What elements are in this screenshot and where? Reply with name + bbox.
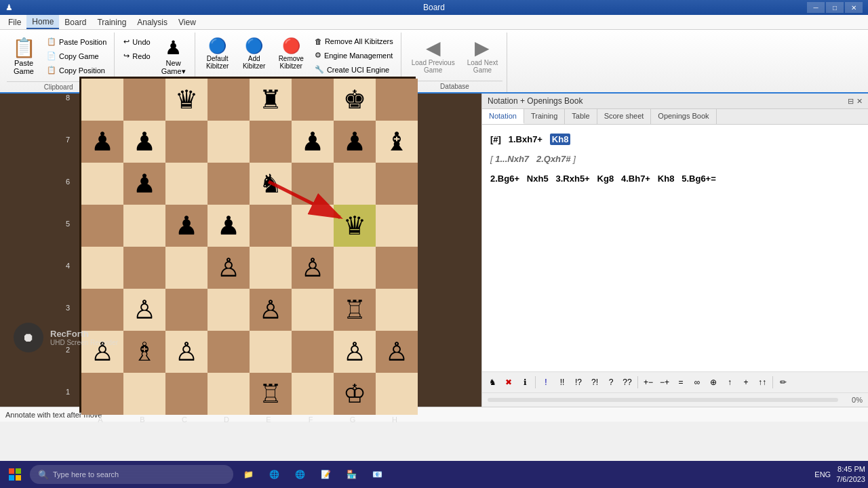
- notation-move-3rxh5[interactable]: 3.Rxh5+: [555, 174, 589, 184]
- cell-e5[interactable]: [250, 205, 292, 247]
- minimize-button[interactable]: ─: [807, 2, 825, 13]
- nbt-good-move[interactable]: !: [538, 375, 553, 390]
- cell-c5[interactable]: ♟: [165, 205, 208, 247]
- menu-training[interactable]: Training: [92, 15, 132, 29]
- nbt-infinity[interactable]: ∞: [690, 375, 705, 390]
- cell-b1[interactable]: [123, 373, 165, 415]
- nbt-mistake[interactable]: ?: [604, 375, 618, 390]
- start-button[interactable]: [3, 462, 27, 487]
- cell-f7[interactable]: ♟: [292, 121, 334, 163]
- cell-e8[interactable]: ♜: [250, 79, 292, 121]
- taskbar-explorer[interactable]: 📁: [236, 462, 260, 487]
- cell-a5[interactable]: [81, 205, 123, 247]
- cell-h2[interactable]: ♙: [376, 331, 418, 373]
- cell-d4[interactable]: ♙: [208, 247, 250, 289]
- nbt-circle[interactable]: ⊕: [706, 375, 721, 390]
- cell-d6[interactable]: [208, 163, 250, 205]
- cell-c7[interactable]: [165, 121, 208, 163]
- tab-openings-book[interactable]: Openings Book: [651, 109, 716, 124]
- close-button[interactable]: ✕: [845, 2, 863, 13]
- cell-d3[interactable]: [208, 289, 250, 331]
- cell-f5[interactable]: [292, 205, 334, 247]
- cell-a6[interactable]: [81, 163, 123, 205]
- cell-g1[interactable]: ♔: [334, 373, 376, 415]
- cell-f8[interactable]: [292, 79, 334, 121]
- cell-d7[interactable]: [208, 121, 250, 163]
- menu-analysis[interactable]: Analysis: [132, 15, 173, 29]
- remove-kibitzer-button[interactable]: 🔴 RemoveKibitzer: [274, 35, 309, 73]
- nbt-dubious-move[interactable]: ?!: [587, 375, 602, 390]
- cell-a7[interactable]: ♟: [81, 121, 123, 163]
- engine-management-button[interactable]: ⚙ Engine Management: [311, 49, 397, 62]
- nbt-plus[interactable]: +: [738, 375, 753, 390]
- taskbar-search[interactable]: 🔍 Type here to search: [30, 465, 233, 484]
- notation-move-1bxh7[interactable]: 1.Bxh7+: [509, 134, 542, 144]
- cell-b5[interactable]: [123, 205, 165, 247]
- nbt-pencil[interactable]: ✏: [776, 375, 791, 390]
- cell-f1[interactable]: [292, 373, 334, 415]
- cell-d2[interactable]: [208, 331, 250, 373]
- chess-board[interactable]: ♛♜♚♟♟♟♟♝♟♞♟♟♛♙♙♙♙♖♙♗♙♙♙♖♔: [79, 77, 416, 413]
- cell-h3[interactable]: [376, 289, 418, 331]
- notation-move-2qxh7[interactable]: 2.Qxh7#: [536, 154, 571, 164]
- cell-e4[interactable]: [250, 247, 292, 289]
- taskbar-chrome[interactable]: 🌐: [262, 462, 286, 487]
- nbt-brilliant-move[interactable]: !!: [555, 375, 570, 390]
- cell-f6[interactable]: [292, 163, 334, 205]
- notation-move-indicator[interactable]: [#]: [490, 134, 501, 144]
- menu-home[interactable]: Home: [26, 15, 59, 29]
- nbt-interesting-move[interactable]: !?: [571, 375, 586, 390]
- cell-c3[interactable]: [165, 289, 208, 331]
- cell-g6[interactable]: [334, 163, 376, 205]
- cell-b2[interactable]: ♗: [123, 331, 165, 373]
- notation-move-2nxh5[interactable]: Nxh5: [527, 174, 549, 184]
- taskbar-edge[interactable]: 🌐: [288, 462, 312, 487]
- cell-b6[interactable]: ♟: [123, 163, 165, 205]
- cell-c6[interactable]: [165, 163, 208, 205]
- nbt-equal[interactable]: =: [673, 375, 688, 390]
- cell-h8[interactable]: [376, 79, 418, 121]
- tab-training[interactable]: Training: [524, 109, 565, 124]
- create-uci-engine-button[interactable]: 🔧 Create UCI Engine: [311, 63, 397, 76]
- load-next-game-button[interactable]: ▶ Load NextGame: [462, 35, 503, 77]
- tab-notation[interactable]: Notation: [482, 109, 524, 124]
- remove-all-kibitzers-button[interactable]: 🗑 Remove All Kibitzers: [311, 35, 397, 47]
- notation-move-2bg6[interactable]: 2.Bg6+: [490, 174, 519, 184]
- cell-g5[interactable]: ♛: [334, 205, 376, 247]
- paste-position-button[interactable]: 📋 Paste Position: [43, 35, 110, 48]
- cell-e2[interactable]: [250, 331, 292, 373]
- taskbar-mail[interactable]: 📧: [365, 462, 389, 487]
- cell-h5[interactable]: [376, 205, 418, 247]
- cell-b7[interactable]: ♟: [123, 121, 165, 163]
- cell-g8[interactable]: ♚: [334, 79, 376, 121]
- nbt-blunder[interactable]: ??: [620, 375, 635, 390]
- cell-b8[interactable]: [123, 79, 165, 121]
- notation-move-1kh8[interactable]: Kh8: [550, 134, 571, 145]
- cell-h1[interactable]: [376, 373, 418, 415]
- paste-game-button[interactable]: 📋 PasteGame: [7, 35, 41, 79]
- nbt-arrow-up[interactable]: ↑: [722, 375, 737, 390]
- cell-d1[interactable]: [208, 373, 250, 415]
- cell-e1[interactable]: ♖: [250, 373, 292, 415]
- cell-d8[interactable]: [208, 79, 250, 121]
- cell-c4[interactable]: [165, 247, 208, 289]
- nbt-plus-minus[interactable]: +−: [641, 375, 656, 390]
- cell-g7[interactable]: ♟: [334, 121, 376, 163]
- cell-f4[interactable]: ♙: [292, 247, 334, 289]
- cell-b4[interactable]: [123, 247, 165, 289]
- menu-file[interactable]: File: [3, 15, 26, 29]
- taskbar-word[interactable]: 📝: [313, 462, 338, 487]
- cell-a1[interactable]: [81, 373, 123, 415]
- nbt-minus-plus[interactable]: −+: [657, 375, 672, 390]
- notation-move-1nxh7[interactable]: 1...Nxh7: [495, 154, 529, 164]
- cell-d5[interactable]: ♟: [208, 205, 250, 247]
- new-game-button[interactable]: ♟ NewGame▾: [157, 35, 191, 79]
- menu-board[interactable]: Board: [59, 15, 92, 29]
- maximize-button[interactable]: □: [826, 2, 844, 13]
- tab-score-sheet[interactable]: Score sheet: [597, 109, 652, 124]
- notation-detach-btn[interactable]: ⊟: [848, 97, 854, 106]
- notation-move-4bh7[interactable]: 4.Bh7+: [621, 174, 650, 184]
- cell-g3[interactable]: ♖: [334, 289, 376, 331]
- cell-h6[interactable]: [376, 163, 418, 205]
- notation-close-btn[interactable]: ✕: [856, 97, 863, 106]
